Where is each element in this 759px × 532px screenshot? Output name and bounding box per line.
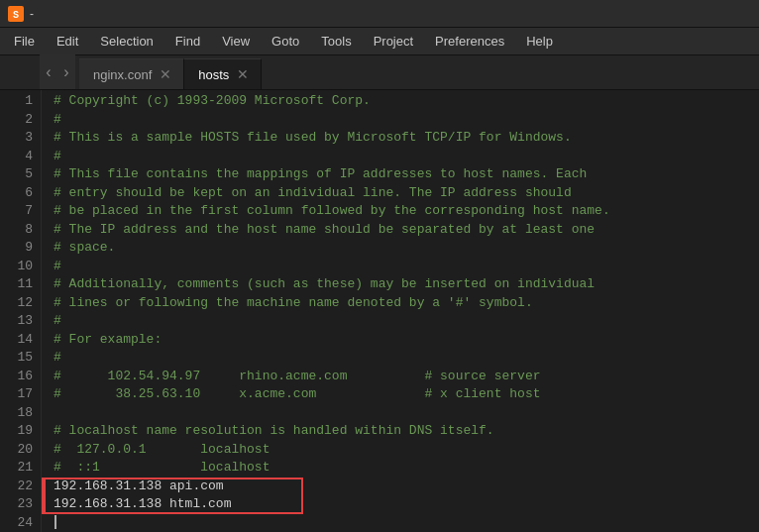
code-line: # lines or following the machine name de… [54, 294, 759, 313]
line-number: 10 [0, 258, 33, 276]
code-line: # [54, 258, 759, 276]
tab-label: hosts [198, 67, 229, 82]
line-number: 24 [0, 514, 33, 533]
code-line: # [54, 111, 759, 130]
menu-item-tools[interactable]: Tools [311, 31, 361, 52]
code-line: # 127.0.0.1 localhost [54, 441, 759, 460]
line-number: 23 [0, 495, 33, 514]
line-number: 13 [0, 312, 33, 331]
line-number: 1 [0, 92, 33, 111]
code-line: # For example: [54, 331, 759, 350]
code-line: # 38.25.63.10 x.acme.com # x client host [54, 385, 759, 404]
line-numbers: 123456789101112131415161718192021222324 [0, 90, 42, 532]
code-line: # localhost name resolution is handled w… [54, 422, 759, 441]
menu-item-help[interactable]: Help [516, 31, 563, 52]
menu-item-edit[interactable]: Edit [47, 31, 88, 52]
line-number: 15 [0, 349, 33, 368]
code-line [54, 404, 759, 423]
title-bar: S - [0, 0, 759, 28]
code-line: # [54, 349, 759, 368]
code-line: # This is a sample HOSTS file used by Mi… [54, 129, 759, 148]
line-number: 12 [0, 294, 33, 313]
menu-bar: FileEditSelectionFindViewGotoToolsProjec… [0, 28, 759, 55]
tab-nginx-conf[interactable]: nginx.conf✕ [79, 58, 184, 89]
menu-item-preferences[interactable]: Preferences [425, 31, 514, 52]
code-line [54, 514, 759, 533]
tab-close-icon[interactable]: ✕ [160, 67, 171, 81]
code-area[interactable]: # Copyright (c) 1993-2009 Microsoft Corp… [42, 90, 759, 532]
editor: 123456789101112131415161718192021222324 … [0, 90, 759, 532]
line-number: 14 [0, 331, 33, 350]
line-number: 19 [0, 422, 33, 441]
tab-next-button[interactable]: › [57, 54, 75, 89]
tab-bar: ‹ › nginx.conf✕hosts✕ [0, 55, 759, 90]
line-number: 16 [0, 368, 33, 386]
code-line: 192.168.31.138 api.com [54, 478, 759, 496]
line-number: 7 [0, 202, 33, 221]
line-number: 5 [0, 165, 33, 184]
tab-close-icon[interactable]: ✕ [237, 67, 249, 81]
code-line: # ::1 localhost [54, 459, 759, 478]
code-line: # Additionally, comments (such as these)… [54, 275, 759, 294]
line-number: 11 [0, 275, 33, 294]
code-line: # The IP address and the host name shoul… [54, 221, 759, 240]
line-number: 21 [0, 459, 33, 478]
line-indicator [42, 478, 46, 514]
code-line: # This file contains the mappings of IP … [54, 165, 759, 184]
line-number: 9 [0, 239, 33, 258]
app-icon: S [8, 6, 24, 22]
line-number: 8 [0, 221, 33, 240]
line-number: 2 [0, 111, 33, 130]
line-number: 6 [0, 184, 33, 203]
code-line: # Copyright (c) 1993-2009 Microsoft Corp… [54, 92, 759, 111]
tab-hosts[interactable]: hosts✕ [184, 58, 262, 89]
title-text: - [30, 7, 34, 21]
line-number: 18 [0, 404, 33, 423]
line-number: 22 [0, 478, 33, 496]
code-line: 192.168.31.138 html.com [54, 495, 759, 514]
tab-label: nginx.conf [93, 67, 152, 82]
menu-item-find[interactable]: Find [165, 31, 210, 52]
code-line: # [54, 312, 759, 331]
line-number: 17 [0, 385, 33, 404]
code-line: # 102.54.94.97 rhino.acme.com # source s… [54, 368, 759, 386]
code-line: # be placed in the first column followed… [54, 202, 759, 221]
line-number: 20 [0, 441, 33, 460]
menu-item-project[interactable]: Project [364, 31, 423, 52]
line-number: 4 [0, 148, 33, 166]
menu-item-file[interactable]: File [4, 31, 45, 52]
code-line: # entry should be kept on an individual … [54, 184, 759, 203]
svg-text:S: S [13, 10, 19, 21]
line-number: 3 [0, 129, 33, 148]
code-line: # space. [54, 239, 759, 258]
menu-item-goto[interactable]: Goto [262, 31, 309, 52]
menu-item-selection[interactable]: Selection [90, 31, 163, 52]
code-line: # [54, 148, 759, 166]
tab-prev-button[interactable]: ‹ [40, 54, 57, 89]
menu-item-view[interactable]: View [212, 31, 260, 52]
